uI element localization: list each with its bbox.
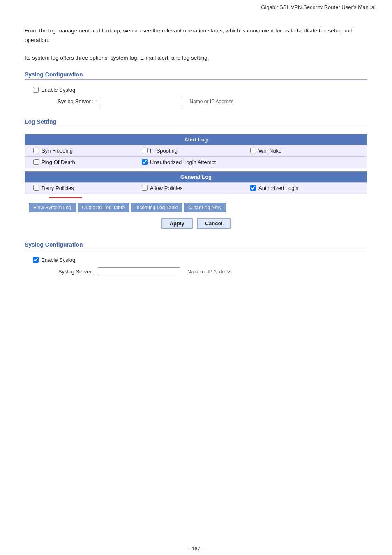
- alert-log-block: Alert Log Syn Flooding IP Spoofing Win N…: [25, 134, 367, 168]
- server-row-1: Syslog Server : : Name or IP Address: [33, 97, 367, 106]
- authorized-login-label: Authorized Login: [258, 185, 299, 191]
- alert-col-1: Syn Flooding: [33, 148, 142, 154]
- general-col-3: Authorized Login: [250, 185, 359, 191]
- server-label-2: Syslog Server :: [58, 268, 95, 275]
- intro-paragraph-2: Its system log offers three options: sys…: [25, 53, 367, 63]
- enable-syslog-checkbox-2[interactable]: [33, 257, 39, 263]
- authorized-login-checkbox[interactable]: [250, 185, 256, 191]
- win-nuke-checkbox[interactable]: [250, 148, 256, 153]
- page-number: - 167 -: [188, 546, 204, 552]
- enable-syslog-checkbox-1[interactable]: [33, 87, 39, 92]
- ping-of-death-checkbox[interactable]: [33, 159, 39, 165]
- page-wrapper: Gigabit SSL VPN Security Router User's M…: [0, 0, 392, 555]
- win-nuke-label: Win Nuke: [258, 148, 281, 154]
- general-log-block: General Log Deny Policies Allow Policies…: [25, 171, 367, 194]
- enable-syslog-row-2: Enable Syslog: [33, 257, 367, 263]
- apply-button[interactable]: Apply: [161, 218, 193, 229]
- action-buttons-row: Apply Cancel: [25, 218, 367, 229]
- header-title: Gigabit SSL VPN Security Router User's M…: [261, 4, 376, 10]
- separator-line: [49, 197, 82, 198]
- view-system-log-button[interactable]: View System Log: [29, 203, 76, 212]
- general-col-1: Deny Policies: [33, 185, 142, 191]
- ip-spoofing-label: IP Spoofing: [150, 148, 178, 154]
- server-hint-1: Name or IP Address: [189, 99, 233, 104]
- intro-paragraph-1: From the log management and look up, we …: [25, 26, 367, 45]
- deny-policies-label: Deny Policies: [42, 185, 74, 191]
- log-setting-section: Log Setting Alert Log Syn Flooding IP Sp…: [25, 118, 367, 229]
- footer: - 167 -: [0, 542, 392, 555]
- alert-col-5: Unauthorized Login Attempt: [142, 159, 359, 165]
- general-col-2: Allow Policies: [142, 185, 250, 191]
- syslog-config-content-2: Enable Syslog Syslog Server : Name or IP…: [25, 257, 367, 276]
- incoming-log-table-button[interactable]: Incoming Log Table: [131, 203, 182, 212]
- main-content: From the log management and look up, we …: [0, 14, 392, 542]
- unauthorized-login-label: Unauthorized Login Attempt: [150, 159, 216, 165]
- syslog-config-content-1: Enable Syslog Syslog Server : : Name or …: [25, 87, 367, 106]
- server-row-2: Syslog Server : Name or IP Address: [33, 267, 367, 276]
- server-input-2[interactable]: [98, 267, 180, 276]
- deny-policies-checkbox[interactable]: [33, 185, 39, 191]
- outgoing-log-table-button[interactable]: Outgoing Log Table: [78, 203, 129, 212]
- alert-log-row-1: Syn Flooding IP Spoofing Win Nuke: [25, 145, 367, 156]
- alert-log-row-2: Ping Of Death Unauthorized Login Attempt: [25, 156, 367, 168]
- alert-col-2: IP Spoofing: [142, 148, 250, 154]
- server-input-1[interactable]: [100, 97, 182, 106]
- alert-col-3: Win Nuke: [250, 148, 359, 154]
- enable-syslog-row-1: Enable Syslog: [33, 87, 367, 93]
- unauthorized-login-checkbox[interactable]: [142, 159, 148, 165]
- log-setting-title: Log Setting: [25, 118, 367, 127]
- general-log-header: General Log: [25, 172, 367, 182]
- ip-spoofing-checkbox[interactable]: [142, 148, 148, 153]
- clear-log-now-button[interactable]: Clear Log Now: [184, 203, 226, 212]
- server-hint-2: Name or IP Address: [187, 269, 231, 275]
- alert-log-header: Alert Log: [25, 134, 367, 145]
- allow-policies-label: Allow Policies: [150, 185, 182, 191]
- general-log-row-1: Deny Policies Allow Policies Authorized …: [25, 182, 367, 194]
- enable-syslog-label-2: Enable Syslog: [41, 257, 75, 263]
- server-label-1: Syslog Server : :: [58, 98, 97, 104]
- syn-flooding-checkbox[interactable]: [33, 148, 39, 153]
- ping-of-death-label: Ping Of Death: [42, 159, 75, 165]
- syslog-config-title-2: Syslog Configuration: [25, 241, 367, 250]
- enable-syslog-label-1: Enable Syslog: [41, 87, 75, 93]
- syn-flooding-label: Syn Flooding: [42, 148, 73, 154]
- allow-policies-checkbox[interactable]: [142, 185, 148, 191]
- syslog-config-section-1: Syslog Configuration Enable Syslog Syslo…: [25, 71, 367, 106]
- syslog-config-section-2: Syslog Configuration Enable Syslog Syslo…: [25, 241, 367, 276]
- log-buttons-row: View System Log Outgoing Log Table Incom…: [25, 203, 367, 212]
- syslog-config-title-1: Syslog Configuration: [25, 71, 367, 80]
- cancel-button[interactable]: Cancel: [197, 218, 231, 229]
- alert-col-4: Ping Of Death: [33, 159, 142, 165]
- header-bar: Gigabit SSL VPN Security Router User's M…: [0, 0, 392, 14]
